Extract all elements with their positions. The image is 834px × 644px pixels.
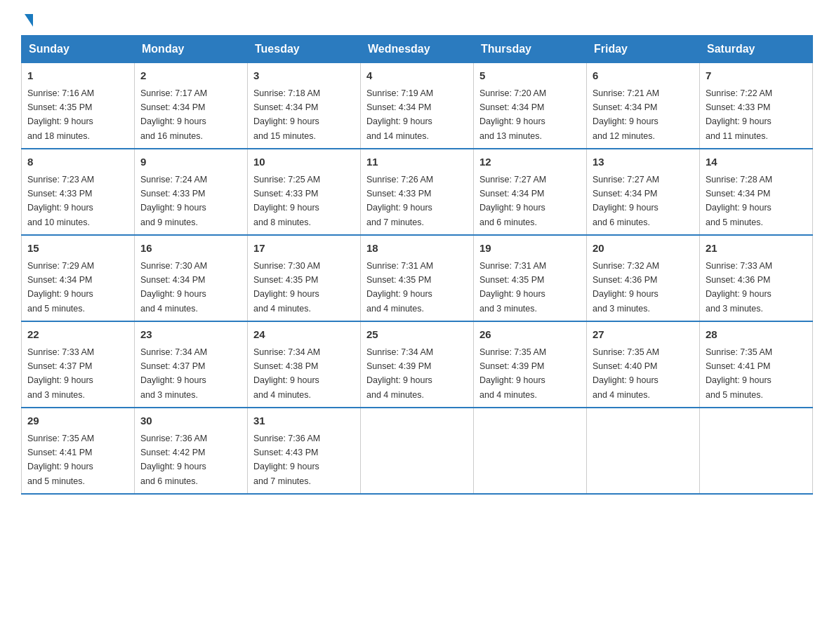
- day-info: Sunrise: 7:33 AMSunset: 4:36 PMDaylight:…: [706, 261, 772, 314]
- calendar-cell: 22Sunrise: 7:33 AMSunset: 4:37 PMDayligh…: [22, 321, 135, 408]
- day-info: Sunrise: 7:35 AMSunset: 4:40 PMDaylight:…: [593, 347, 659, 400]
- calendar-cell: 31Sunrise: 7:36 AMSunset: 4:43 PMDayligh…: [248, 408, 361, 494]
- header-sunday: Sunday: [22, 36, 135, 63]
- day-number: 16: [140, 241, 241, 257]
- day-number: 27: [593, 327, 694, 343]
- calendar-cell: 20Sunrise: 7:32 AMSunset: 4:36 PMDayligh…: [587, 235, 700, 321]
- calendar-cell: 6Sunrise: 7:21 AMSunset: 4:34 PMDaylight…: [587, 63, 700, 149]
- calendar-cell: 7Sunrise: 7:22 AMSunset: 4:33 PMDaylight…: [700, 63, 813, 149]
- calendar-cell: 27Sunrise: 7:35 AMSunset: 4:40 PMDayligh…: [587, 321, 700, 408]
- day-number: 23: [140, 327, 241, 343]
- day-info: Sunrise: 7:35 AMSunset: 4:41 PMDaylight:…: [706, 347, 772, 400]
- day-number: 20: [593, 241, 694, 257]
- day-info: Sunrise: 7:22 AMSunset: 4:33 PMDaylight:…: [706, 88, 772, 141]
- calendar-cell: 19Sunrise: 7:31 AMSunset: 4:35 PMDayligh…: [474, 235, 587, 321]
- day-info: Sunrise: 7:26 AMSunset: 4:33 PMDaylight:…: [366, 175, 433, 227]
- calendar-cell: [474, 408, 587, 494]
- day-info: Sunrise: 7:31 AMSunset: 4:35 PMDaylight:…: [479, 261, 546, 314]
- header-tuesday: Tuesday: [248, 36, 361, 63]
- day-number: 25: [366, 327, 468, 343]
- day-number: 1: [27, 68, 128, 84]
- day-number: 14: [706, 154, 807, 170]
- calendar-week-row: 22Sunrise: 7:33 AMSunset: 4:37 PMDayligh…: [22, 321, 813, 408]
- day-number: 30: [140, 413, 241, 429]
- header-saturday: Saturday: [700, 36, 813, 63]
- header-wednesday: Wednesday: [361, 36, 474, 63]
- day-number: 3: [253, 68, 355, 84]
- calendar-cell: 1Sunrise: 7:16 AMSunset: 4:35 PMDaylight…: [22, 63, 135, 149]
- day-info: Sunrise: 7:34 AMSunset: 4:39 PMDaylight:…: [366, 347, 433, 400]
- header-thursday: Thursday: [474, 36, 587, 63]
- header-friday: Friday: [587, 36, 700, 63]
- calendar-cell: 24Sunrise: 7:34 AMSunset: 4:38 PMDayligh…: [248, 321, 361, 408]
- day-info: Sunrise: 7:27 AMSunset: 4:34 PMDaylight:…: [479, 175, 546, 227]
- day-number: 26: [479, 327, 581, 343]
- calendar-week-row: 8Sunrise: 7:23 AMSunset: 4:33 PMDaylight…: [22, 149, 813, 235]
- day-info: Sunrise: 7:17 AMSunset: 4:34 PMDaylight:…: [140, 88, 207, 141]
- calendar-cell: 10Sunrise: 7:25 AMSunset: 4:33 PMDayligh…: [248, 149, 361, 235]
- day-number: 2: [140, 68, 241, 84]
- logo-triangle-icon: [25, 14, 33, 27]
- calendar-cell: [700, 408, 813, 494]
- day-info: Sunrise: 7:25 AMSunset: 4:33 PMDaylight:…: [253, 175, 320, 227]
- calendar-cell: 23Sunrise: 7:34 AMSunset: 4:37 PMDayligh…: [135, 321, 248, 408]
- day-number: 11: [366, 154, 468, 170]
- calendar-cell: 21Sunrise: 7:33 AMSunset: 4:36 PMDayligh…: [700, 235, 813, 321]
- day-number: 6: [593, 68, 694, 84]
- day-info: Sunrise: 7:23 AMSunset: 4:33 PMDaylight:…: [27, 175, 94, 227]
- calendar-cell: 16Sunrise: 7:30 AMSunset: 4:34 PMDayligh…: [135, 235, 248, 321]
- calendar-header-row: SundayMondayTuesdayWednesdayThursdayFrid…: [22, 36, 813, 63]
- day-info: Sunrise: 7:18 AMSunset: 4:34 PMDaylight:…: [253, 88, 320, 141]
- day-number: 12: [479, 154, 581, 170]
- calendar-week-row: 1Sunrise: 7:16 AMSunset: 4:35 PMDaylight…: [22, 63, 813, 149]
- header-monday: Monday: [135, 36, 248, 63]
- day-info: Sunrise: 7:21 AMSunset: 4:34 PMDaylight:…: [593, 88, 659, 141]
- calendar-cell: 25Sunrise: 7:34 AMSunset: 4:39 PMDayligh…: [361, 321, 474, 408]
- day-number: 22: [27, 327, 128, 343]
- page-header: [21, 14, 813, 28]
- day-info: Sunrise: 7:20 AMSunset: 4:34 PMDaylight:…: [479, 88, 546, 141]
- day-info: Sunrise: 7:36 AMSunset: 4:42 PMDaylight:…: [140, 434, 207, 486]
- calendar-cell: 11Sunrise: 7:26 AMSunset: 4:33 PMDayligh…: [361, 149, 474, 235]
- day-info: Sunrise: 7:31 AMSunset: 4:35 PMDaylight:…: [366, 261, 433, 314]
- calendar-cell: 13Sunrise: 7:27 AMSunset: 4:34 PMDayligh…: [587, 149, 700, 235]
- calendar-cell: 15Sunrise: 7:29 AMSunset: 4:34 PMDayligh…: [22, 235, 135, 321]
- day-info: Sunrise: 7:35 AMSunset: 4:41 PMDaylight:…: [27, 434, 94, 486]
- day-info: Sunrise: 7:16 AMSunset: 4:35 PMDaylight:…: [27, 88, 94, 141]
- day-info: Sunrise: 7:24 AMSunset: 4:33 PMDaylight:…: [140, 175, 207, 227]
- day-number: 15: [27, 241, 128, 257]
- day-number: 19: [479, 241, 581, 257]
- calendar-cell: [587, 408, 700, 494]
- calendar-table: SundayMondayTuesdayWednesdayThursdayFrid…: [21, 35, 813, 495]
- calendar-cell: 18Sunrise: 7:31 AMSunset: 4:35 PMDayligh…: [361, 235, 474, 321]
- day-info: Sunrise: 7:34 AMSunset: 4:37 PMDaylight:…: [140, 347, 207, 400]
- calendar-cell: 9Sunrise: 7:24 AMSunset: 4:33 PMDaylight…: [135, 149, 248, 235]
- day-number: 17: [253, 241, 355, 257]
- day-number: 9: [140, 154, 241, 170]
- day-number: 7: [706, 68, 807, 84]
- day-info: Sunrise: 7:32 AMSunset: 4:36 PMDaylight:…: [593, 261, 659, 314]
- day-number: 13: [593, 154, 694, 170]
- calendar-cell: 29Sunrise: 7:35 AMSunset: 4:41 PMDayligh…: [22, 408, 135, 494]
- day-number: 31: [253, 413, 355, 429]
- day-number: 5: [479, 68, 581, 84]
- day-info: Sunrise: 7:27 AMSunset: 4:34 PMDaylight:…: [593, 175, 659, 227]
- calendar-cell: 28Sunrise: 7:35 AMSunset: 4:41 PMDayligh…: [700, 321, 813, 408]
- calendar-week-row: 29Sunrise: 7:35 AMSunset: 4:41 PMDayligh…: [22, 408, 813, 494]
- day-info: Sunrise: 7:30 AMSunset: 4:35 PMDaylight:…: [253, 261, 320, 314]
- calendar-cell: 12Sunrise: 7:27 AMSunset: 4:34 PMDayligh…: [474, 149, 587, 235]
- day-info: Sunrise: 7:35 AMSunset: 4:39 PMDaylight:…: [479, 347, 546, 400]
- calendar-cell: 2Sunrise: 7:17 AMSunset: 4:34 PMDaylight…: [135, 63, 248, 149]
- day-number: 18: [366, 241, 468, 257]
- calendar-cell: 14Sunrise: 7:28 AMSunset: 4:34 PMDayligh…: [700, 149, 813, 235]
- calendar-cell: 4Sunrise: 7:19 AMSunset: 4:34 PMDaylight…: [361, 63, 474, 149]
- calendar-week-row: 15Sunrise: 7:29 AMSunset: 4:34 PMDayligh…: [22, 235, 813, 321]
- day-number: 28: [706, 327, 807, 343]
- calendar-cell: 8Sunrise: 7:23 AMSunset: 4:33 PMDaylight…: [22, 149, 135, 235]
- day-number: 10: [253, 154, 355, 170]
- day-info: Sunrise: 7:29 AMSunset: 4:34 PMDaylight:…: [27, 261, 94, 314]
- logo: [21, 14, 33, 28]
- day-number: 29: [27, 413, 128, 429]
- calendar-cell: 5Sunrise: 7:20 AMSunset: 4:34 PMDaylight…: [474, 63, 587, 149]
- calendar-cell: [361, 408, 474, 494]
